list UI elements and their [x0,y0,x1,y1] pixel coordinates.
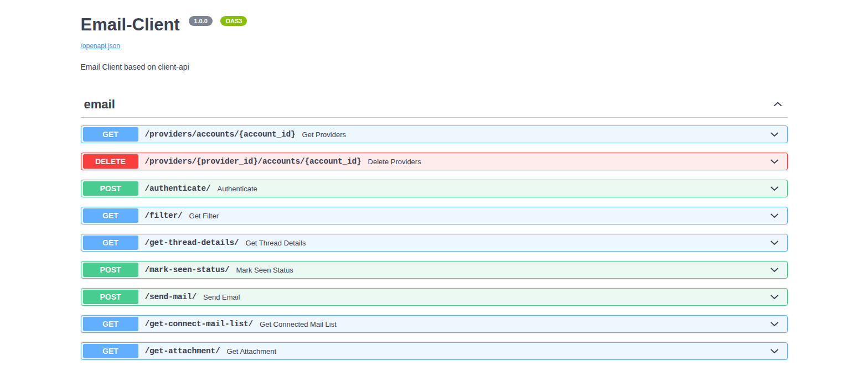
endpoint-path: /send-mail/ [145,292,197,301]
method-badge: GET [83,344,138,358]
endpoint-row-get-connect-mail-list[interactable]: GET /get-connect-mail-list/ Get Connecte… [81,315,788,333]
chevron-down-icon[interactable] [769,346,786,357]
chevron-down-icon[interactable] [769,237,786,248]
endpoint-row-mark-seen-status[interactable]: POST /mark-seen-status/ Mark Seen Status [81,261,788,279]
endpoint-path: /get-attachment/ [145,347,220,355]
chevron-down-icon[interactable] [769,210,786,221]
method-badge: GET [83,127,138,142]
method-badge: DELETE [83,154,138,169]
endpoint-summary: Get Thread Details [246,239,306,247]
endpoint-path: /mark-seen-status/ [145,265,230,274]
api-title-text: Email-Client [81,15,180,34]
method-badge: POST [83,263,138,277]
api-description: Email Client based on client-api [81,62,788,71]
chevron-down-icon[interactable] [769,291,786,302]
operations-list: GET /providers/accounts/{account_id} Get… [81,126,788,360]
endpoint-summary: Get Attachment [227,347,277,355]
endpoint-row-get-filter[interactable]: GET /filter/ Get Filter [81,207,788,224]
endpoint-path: /filter/ [145,211,183,220]
tag-header-email[interactable]: email [81,97,788,118]
collapse-section-button[interactable] [771,98,784,111]
method-badge: POST [83,181,138,196]
chevron-down-icon[interactable] [769,183,786,194]
endpoint-summary: Get Providers [302,130,346,139]
endpoint-row-get-providers[interactable]: GET /providers/accounts/{account_id} Get… [81,126,788,143]
endpoint-summary: Get Connected Mail List [260,320,337,328]
method-badge: GET [83,236,138,250]
method-badge: POST [83,290,138,304]
endpoint-path: /providers/accounts/{account_id} [145,130,296,139]
endpoint-path: /providers/{provider_id}/accounts/{accou… [145,157,361,166]
openapi-spec-link[interactable]: /openapi.json [81,42,120,50]
oas3-badge: OAS3 [220,16,247,26]
endpoint-path: /get-thread-details/ [145,238,239,247]
chevron-down-icon[interactable] [769,318,786,330]
chevron-down-icon[interactable] [769,156,786,167]
endpoint-summary: Mark Seen Status [236,266,293,274]
endpoint-summary: Delete Providers [368,158,421,166]
endpoint-path: /get-connect-mail-list/ [145,320,254,328]
endpoint-summary: Authenticate [218,185,257,193]
info-section: Email-Client 1.0.0 OAS3 /openapi.json Em… [81,15,788,71]
endpoint-path: /authenticate/ [145,184,211,193]
page-title: Email-Client 1.0.0 OAS3 [81,15,788,34]
endpoint-row-send-mail[interactable]: POST /send-mail/ Send Email [81,288,788,306]
chevron-down-icon[interactable] [769,264,786,275]
version-badge: 1.0.0 [189,16,212,26]
endpoint-row-get-thread-details[interactable]: GET /get-thread-details/ Get Thread Deta… [81,234,788,252]
tag-title: email [84,97,115,112]
chevron-up-icon [772,103,783,112]
method-badge: GET [83,317,138,331]
chevron-down-icon[interactable] [769,129,786,140]
endpoint-summary: Get Filter [189,212,219,220]
endpoint-row-get-attachment[interactable]: GET /get-attachment/ Get Attachment [81,342,788,360]
method-badge: GET [83,208,138,223]
endpoint-row-authenticate[interactable]: POST /authenticate/ Authenticate [81,180,788,197]
endpoint-summary: Send Email [203,293,240,301]
api-docs-page: Email-Client 1.0.0 OAS3 /openapi.json Em… [81,0,788,360]
tag-section-email: email GET /providers/accounts/{account_i… [81,97,788,360]
endpoint-row-delete-providers[interactable]: DELETE /providers/{provider_id}/accounts… [81,153,788,170]
